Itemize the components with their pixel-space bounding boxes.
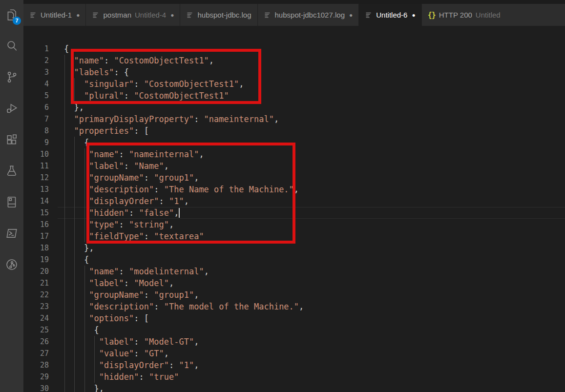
code-text: }, [49, 102, 84, 113]
code-line[interactable]: 28 "displayOrder": "1", [23, 359, 565, 371]
code-line[interactable]: 26 "label": "Model-GT", [23, 336, 565, 348]
code-line[interactable]: 15 "hidden": "false", [23, 207, 565, 219]
tab-http-200[interactable]: {}HTTP 200Untitled [422, 4, 565, 26]
line-number: 3 [23, 66, 49, 78]
line-number: 30 [23, 383, 49, 392]
tab-postman[interactable]: postmanUntitled-4● [86, 4, 180, 26]
editor-pane[interactable]: 1{2 "name": "CostomObjectTest1",3 "label… [23, 26, 565, 392]
code-line[interactable]: 21 "label": "Model", [23, 277, 565, 289]
extensions-icon [5, 133, 18, 148]
code-line[interactable]: 25 { [23, 324, 565, 336]
code-line[interactable]: 10 "name": "nameinternal", [23, 148, 565, 160]
code-text: { [49, 324, 99, 336]
code-text: "hidden": "false", [49, 207, 179, 219]
code-line[interactable]: 11 "label": "Name", [23, 160, 565, 172]
code-text: "name": "nameinternal", [49, 148, 204, 160]
line-number: 28 [23, 359, 49, 371]
tab-untitled-1[interactable]: Untitled-1● [23, 4, 86, 26]
editor-body: 1{2 "name": "CostomObjectTest1",3 "label… [23, 26, 565, 392]
code-line[interactable]: 19 { [23, 254, 565, 266]
activity-item-gitlens[interactable] [0, 254, 23, 277]
modified-dot-icon[interactable]: ● [349, 12, 353, 18]
line-number: 14 [23, 195, 49, 207]
line-number: 17 [23, 230, 49, 242]
code-line[interactable]: 29 "hidden": "true" [23, 371, 565, 383]
code-line[interactable]: 9 { [23, 137, 565, 148]
code-text: "plural": "CostomObjectTest1" [49, 90, 229, 102]
activity-bar: 7 [0, 0, 23, 392]
line-number: 1 [23, 43, 49, 55]
explorer-badge: 7 [13, 17, 21, 25]
code-text: "label": "Model-GT", [49, 336, 199, 348]
code-line[interactable]: 5 "plural": "CostomObjectTest1" [23, 90, 565, 102]
code-text: { [49, 137, 89, 148]
tab-label: hubspot-jdbc.log [197, 11, 251, 19]
code-line[interactable]: 23 "description": "The model of the Mach… [23, 301, 565, 312]
code-line[interactable]: 14 "displayOrder": "1", [23, 195, 565, 207]
tab-untitled-6[interactable]: Untitled-6● [359, 4, 421, 26]
line-number: 22 [23, 289, 49, 301]
tab-label: postman [103, 11, 131, 19]
activity-item-run-and-debug[interactable] [0, 98, 23, 121]
line-number: 11 [23, 160, 49, 172]
text-file-icon [92, 11, 100, 19]
activity-item-notebook[interactable] [0, 191, 23, 215]
code-line[interactable]: 22 "groupName": "group1", [23, 289, 565, 301]
modified-dot-icon[interactable]: ● [170, 12, 174, 18]
code-line[interactable]: 17 "fieldType": "textarea" [23, 230, 565, 242]
line-number: 27 [23, 348, 49, 359]
code-text: "type": "string", [49, 219, 174, 230]
search-icon [5, 40, 18, 54]
code-line[interactable]: 24 "options": [ [23, 312, 565, 324]
code-text: "fieldType": "textarea" [49, 230, 204, 242]
line-number: 12 [23, 172, 49, 184]
line-number: 26 [23, 336, 49, 348]
text-file-icon [264, 11, 272, 19]
code-line[interactable]: 8 "properties": [ [23, 125, 565, 137]
code-line[interactable]: 1{ [23, 43, 565, 55]
code-line[interactable]: 6 }, [23, 102, 565, 113]
tab-label: Untitled-1 [41, 11, 72, 19]
vscode-window: 7 [0, 0, 565, 392]
code-line[interactable]: 12 "groupName": "group1", [23, 172, 565, 184]
code-text: "labels": { [49, 66, 129, 78]
tab-hubspot-jdbc1027-log[interactable]: hubspot-jdbc1027.log● [258, 4, 359, 26]
code-line[interactable]: 18 }, [23, 242, 565, 254]
activity-item-terminal-powershell[interactable] [0, 223, 23, 246]
code-line[interactable]: 20 "name": "modelinternal", [23, 266, 565, 277]
activity-item-explorer[interactable]: 7 [0, 4, 23, 27]
code-text: "label": "Name", [49, 160, 169, 172]
line-number: 24 [23, 312, 49, 324]
code-text: "displayOrder": "1", [49, 195, 189, 207]
git-branch-icon [5, 71, 18, 85]
code-line[interactable]: 30 }, [23, 383, 565, 392]
activity-item-extensions[interactable] [0, 129, 23, 152]
modified-dot-icon[interactable]: ● [412, 12, 415, 18]
code-line[interactable]: 2 "name": "CostomObjectTest1", [23, 55, 565, 66]
line-number: 21 [23, 277, 49, 289]
activity-item-source-control[interactable] [0, 66, 23, 90]
code-line[interactable]: 16 "type": "string", [23, 219, 565, 230]
tab-bar: Untitled-1●postmanUntitled-4●hubspot-jdb… [23, 0, 565, 26]
code-text: "singular": "CostomObjectTest1", [49, 78, 244, 90]
activity-item-testing[interactable] [0, 160, 23, 184]
code-text: }, [49, 242, 94, 254]
code-text: }, [49, 383, 104, 392]
tab-description: Untitled [476, 11, 501, 19]
modified-dot-icon[interactable]: ● [76, 12, 80, 18]
tab-hubspot-jdbc-log[interactable]: hubspot-jdbc.log [180, 4, 257, 26]
line-number: 25 [23, 324, 49, 336]
code-line[interactable]: 13 "description": "The Name of the Machi… [23, 184, 565, 195]
code-text: "name": "CostomObjectTest1", [49, 55, 214, 66]
powershell-icon [5, 227, 18, 242]
line-number: 9 [23, 137, 49, 148]
activity-item-search[interactable] [0, 35, 23, 59]
code-line[interactable]: 3 "labels": { [23, 66, 565, 78]
code-line[interactable]: 7 "primaryDisplayProperty": "nameinterna… [23, 113, 565, 125]
tab-description: Untitled-4 [135, 11, 166, 19]
code-text: "description": "The Name of the Machine.… [49, 184, 299, 195]
code-line[interactable]: 4 "singular": "CostomObjectTest1", [23, 78, 565, 90]
code-text: { [49, 254, 89, 266]
text-file-icon [365, 11, 373, 19]
code-line[interactable]: 27 "value": "GT", [23, 348, 565, 359]
